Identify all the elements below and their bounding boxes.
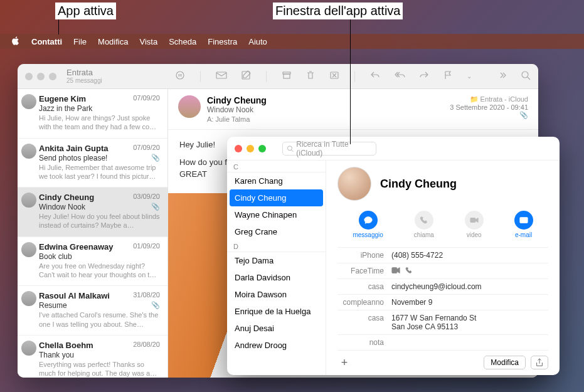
contacts-toolbar: Ricerca in Tutte (iCloud) (227, 137, 560, 161)
message-subject: Window Nook (39, 203, 160, 211)
avatar (21, 144, 36, 159)
svg-rect-9 (519, 218, 527, 223)
contact-list-item[interactable]: Tejo Dama (227, 252, 326, 269)
mail-list-item[interactable]: Eugene Kim 07/09/20 Jazz in the Park Hi … (18, 89, 167, 139)
address-value: 1677 W San Fernando St San Jose CA 95113 (391, 314, 476, 331)
message-preview: Hi Julie, Remember that awesome trip we … (39, 163, 160, 181)
sender-avatar (178, 95, 201, 118)
to-label: A: (207, 115, 213, 123)
filter-icon[interactable] (175, 70, 185, 83)
reply-icon[interactable] (370, 70, 380, 83)
contact-list-item[interactable]: Cindy Cheung (230, 189, 323, 206)
facetime-value[interactable] (391, 267, 413, 275)
message-date: 31/08/20 (133, 291, 160, 299)
message-button[interactable]: messaggio (353, 211, 383, 238)
close-button[interactable] (235, 145, 242, 152)
menubar-scheda[interactable]: Scheda (169, 37, 196, 46)
chevron-down-icon[interactable]: ⌄ (467, 73, 472, 80)
facetime-label: FaceTime (337, 267, 391, 275)
menubar-modifica[interactable]: Modifica (98, 37, 128, 46)
contact-list-item[interactable]: Darla Davidson (227, 269, 326, 286)
message-preview: I've attached Carol's resume. She's the … (39, 310, 160, 329)
menubar-file[interactable]: File (73, 37, 87, 46)
apple-logo-icon[interactable] (11, 36, 20, 47)
message-date: 07/09/20 (133, 144, 160, 151)
contacts-search-input[interactable]: Ricerca in Tutte (iCloud) (282, 142, 376, 156)
contact-list-item[interactable]: Anuj Desai (227, 320, 326, 337)
message-date: 07/09/20 (133, 94, 160, 102)
compose-icon[interactable] (241, 70, 251, 83)
facetime-audio-icon[interactable] (405, 267, 413, 274)
mail-folder: Entrata - iCloud (480, 95, 528, 103)
note-label: nota (337, 338, 391, 347)
menubar-aiuto[interactable]: Aiuto (248, 37, 267, 46)
menubar-app-name[interactable]: Contatti (31, 37, 62, 46)
avatar (21, 193, 36, 208)
mail-datetime: 3 Settembre 2020 - 09:41 (450, 103, 528, 111)
contact-list-item[interactable]: Enrique de la Huelga (227, 303, 326, 320)
menubar-finestra[interactable]: Finestra (208, 37, 237, 46)
contact-name: Cindy Cheung (380, 177, 457, 191)
mail-list-item[interactable]: Rasoul Al Malkawi 31/08/20 📎 Resume I've… (18, 286, 167, 336)
birthday-label: compleanno (337, 298, 391, 307)
traffic-lights-active (235, 145, 266, 152)
svg-point-6 (522, 72, 528, 78)
reply-all-icon[interactable] (394, 70, 405, 83)
traffic-dot[interactable] (25, 73, 33, 80)
message-subject: Send photos please! (39, 154, 160, 162)
mail-list-item[interactable]: Cindy Cheung 03/09/20 📎 Window Nook Hey … (18, 188, 167, 237)
avatar (21, 242, 36, 257)
flag-icon[interactable] (443, 70, 453, 83)
message-date: 28/08/20 (133, 341, 160, 348)
mailbox-count: 25 messaggi (66, 77, 102, 85)
mail-list-item[interactable]: Ankita Jain Gupta 07/09/20 📎 Send photos… (18, 139, 167, 188)
modify-button[interactable]: Modifica (484, 356, 526, 369)
archive-icon[interactable] (282, 70, 292, 83)
svg-rect-8 (470, 218, 475, 223)
home-email-value: cindycheung9@icloud.com (391, 282, 482, 291)
contact-list-item[interactable]: Greg Crane (227, 223, 326, 240)
forward-icon[interactable] (419, 70, 429, 83)
trash-icon[interactable] (305, 70, 316, 83)
traffic-dot[interactable] (49, 73, 56, 80)
message-preview: Are you free on Wednesday night? Can't w… (39, 262, 160, 280)
mail-title: Entrata 25 messaggi (66, 68, 102, 85)
contact-list[interactable]: CKaren ChangCindy CheungWayne ChinapenGr… (227, 161, 326, 375)
video-button[interactable]: video (465, 211, 484, 238)
add-field-button[interactable]: + (337, 356, 351, 369)
contact-list-item[interactable]: Moira Dawson (227, 286, 326, 303)
mail-list-item[interactable]: Chella Boehm 28/08/20 Thank you Everythi… (18, 336, 167, 378)
svg-point-7 (287, 146, 292, 150)
envelope-icon[interactable] (216, 70, 227, 83)
toolbar-separator (200, 71, 201, 82)
facetime-video-icon[interactable] (391, 267, 400, 274)
mail-message-list[interactable]: Eugene Kim 07/09/20 Jazz in the Park Hi … (18, 89, 168, 378)
attachment-icon: 📎 (151, 154, 160, 162)
message-subject: Thank you (39, 351, 160, 359)
share-button[interactable] (531, 356, 548, 369)
mail-message-header: Cindy Cheung Window Nook A: Julie Talma … (168, 89, 538, 130)
more-icon[interactable] (497, 70, 507, 83)
contact-list-item[interactable]: Wayne Chinapen (227, 206, 326, 223)
avatar (21, 341, 36, 356)
attachment-icon: 📎 (450, 111, 528, 119)
contact-list-item[interactable]: Andrew Droog (227, 337, 326, 354)
traffic-dot[interactable] (37, 73, 45, 80)
menubar-vista[interactable]: Vista (139, 37, 157, 46)
birthday-value: November 9 (391, 298, 432, 307)
contact-list-item[interactable]: Karen Chang (227, 172, 326, 189)
search-icon[interactable] (521, 70, 531, 83)
contact-avatar (337, 167, 371, 201)
toolbar-separator (354, 71, 355, 82)
contacts-window: Ricerca in Tutte (iCloud) CKaren ChangCi… (227, 137, 560, 375)
junk-icon[interactable] (329, 70, 339, 83)
traffic-lights-inactive (25, 73, 56, 80)
avatar (21, 291, 36, 306)
minimize-button[interactable] (247, 145, 254, 152)
message-subject: Book club (39, 252, 160, 261)
mail-list-item[interactable]: Edwina Greenaway 01/09/20 Book club Are … (18, 237, 167, 287)
call-button[interactable]: chiama (414, 211, 434, 238)
zoom-button[interactable] (258, 145, 266, 152)
email-button[interactable]: e-mail (514, 211, 533, 238)
avatar (21, 94, 36, 109)
